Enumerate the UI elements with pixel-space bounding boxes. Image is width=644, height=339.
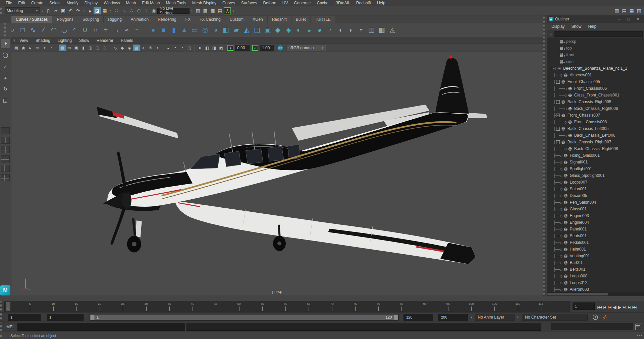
viewport-menu-lighting[interactable]: Lighting	[54, 38, 75, 44]
live-surface-field[interactable]: No Live Surface	[157, 8, 190, 14]
gamma-value[interactable]: 1.00	[260, 45, 274, 51]
joints-xray-icon[interactable]: ◔	[179, 45, 186, 51]
untrim-icon[interactable]: ◔	[325, 25, 335, 35]
menu-redshift[interactable]: Redshift	[353, 0, 374, 6]
camera-attributes-icon[interactable]: ◉	[20, 45, 27, 51]
snap-view-plane-icon[interactable]: ∵	[143, 7, 150, 14]
insert-knot-icon[interactable]: +	[101, 25, 111, 35]
step-forward-frame-icon[interactable]: ▶|	[627, 303, 632, 311]
panel-splitter[interactable]	[543, 15, 547, 296]
menu-edit-mesh[interactable]: Edit Mesh	[139, 0, 163, 6]
menu-generate[interactable]: Generate	[291, 0, 314, 6]
bevel-icon[interactable]: ◆	[273, 25, 283, 35]
select-tool-icon[interactable]: ➤	[1, 39, 10, 48]
layout-two-pane-stacked-icon[interactable]	[1, 155, 10, 162]
outliner-row-glass-front-chassis001[interactable]: │ └──○Glass_Front_Chassis001	[547, 92, 644, 98]
field-chart-icon[interactable]: ◫	[87, 45, 94, 51]
safe-title-icon[interactable]: ▯	[101, 45, 108, 51]
outliner-titlebar[interactable]: Outliner ─ □ ×	[547, 15, 644, 23]
exposure-plate-icon[interactable]: ▢	[186, 45, 193, 51]
menu-uv[interactable]: UV	[279, 0, 291, 6]
lighting-icon[interactable]: ✳	[147, 45, 154, 51]
snap-grid-icon[interactable]: ∷	[113, 7, 120, 14]
viewport-menu-shading[interactable]: Shading	[32, 38, 54, 44]
outliner-row-side[interactable]: side	[547, 58, 644, 65]
outliner-row-back-chassis-right007[interactable]: ├−Back_Chassis_Right007	[547, 139, 644, 145]
outliner-row-back-chassis-right005[interactable]: ├−Back_Chassis_Right005	[547, 98, 644, 105]
outliner-row-airscrew001[interactable]: ├──○Airscrew001	[547, 72, 644, 78]
collapse-expander-icon[interactable]: −	[556, 114, 560, 117]
chevron-down-icon[interactable]: ▾	[471, 316, 472, 319]
shelf-tab-redshift[interactable]: Redshift	[268, 16, 291, 23]
help-line-widget[interactable]: ▪▪▪	[637, 334, 642, 337]
playback-options-icon[interactable]	[592, 314, 598, 320]
play-backwards-icon[interactable]: ◀	[612, 303, 617, 311]
redo-icon[interactable]: ↷	[74, 7, 82, 14]
open-scene-icon[interactable]: ▱	[52, 7, 59, 14]
detach-surfaces-icon[interactable]: ◗	[345, 25, 356, 35]
grid-icon[interactable]: ▦	[59, 45, 66, 51]
play-forwards-icon[interactable]: ▶	[617, 303, 622, 311]
2d-pan-zoom-icon[interactable]: +	[41, 45, 48, 51]
go-to-end-icon[interactable]: ▶▶|	[632, 303, 637, 311]
exposure-value[interactable]: 0.00	[235, 45, 250, 51]
viewport-menu-grip[interactable]	[12, 38, 15, 43]
isolate-select-icon[interactable]: ◒	[165, 45, 172, 51]
outliner-row-bar001[interactable]: ├──○Bar001	[547, 259, 644, 266]
insert-isoparm-icon[interactable]: ▥	[366, 25, 377, 35]
time-slider-grip[interactable]	[0, 301, 4, 312]
outliner-row-spotlight001[interactable]: ├──○Spotlight001	[547, 165, 644, 172]
viewport-menu-renderer[interactable]: Renderer	[93, 38, 117, 44]
grease-pencil-icon[interactable]: ∕	[48, 45, 55, 51]
layout-outliner-persp-icon[interactable]	[1, 174, 10, 181]
outliner-row-front-chassis008[interactable]: │ └──○Front_Chassis008	[547, 119, 644, 125]
scale-tool-icon[interactable]: ◱	[1, 96, 10, 105]
attach-curves-icon[interactable]: ∪	[80, 25, 90, 35]
anim-layer-dropdown[interactable]: No Anim Layer	[475, 314, 515, 321]
project-curve-icon[interactable]: ◐	[293, 25, 304, 35]
command-language-label[interactable]: MEL	[6, 325, 15, 329]
menu-mesh[interactable]: Mesh	[123, 0, 139, 6]
render-settings-icon[interactable]: ▤	[216, 7, 224, 14]
color-space-dropdown[interactable]: sRGB gamma ▾	[286, 45, 326, 51]
outliner-row-engine003[interactable]: ├──○Engine003	[547, 212, 644, 219]
outliner-row-back-chassis-left006[interactable]: │ └──○Back_Chassis_Left006	[547, 132, 644, 139]
nurbs-torus-icon[interactable]: ◎	[200, 25, 210, 35]
curve-fillet-icon[interactable]: ◜	[69, 25, 80, 35]
outliner-search-input[interactable]	[554, 31, 643, 37]
outliner-row-top[interactable]: top	[547, 45, 644, 52]
image-plane-icon[interactable]: ▭	[34, 45, 41, 51]
go-to-start-icon[interactable]: |◀◀	[597, 303, 602, 311]
animation-start-field[interactable]: 1	[8, 314, 41, 321]
current-frame-indicator[interactable]: 1	[6, 302, 10, 311]
textured-icon[interactable]: ▩	[133, 45, 140, 51]
menu-file[interactable]: File	[3, 0, 15, 6]
undo-icon[interactable]: ↶	[67, 7, 74, 14]
outliner-row-venting001[interactable]: ├──○Venting001	[547, 253, 644, 259]
lasso-tool-icon[interactable]: ◯	[1, 50, 10, 60]
film-gate-icon[interactable]: ▭	[66, 45, 73, 51]
outliner-row-back-chassis-right006[interactable]: │ └──○Back_Chassis_Right006	[547, 105, 644, 112]
shelf-tab-fx[interactable]: FX	[181, 16, 195, 23]
current-frame-field[interactable]: 1	[573, 302, 595, 310]
outliner-row-aileron003[interactable]: ├──○Aileron003	[547, 286, 644, 292]
redshift-render-view-icon[interactable]: ◎	[224, 7, 231, 14]
outliner-row-loops008[interactable]: ├──○Loops008	[547, 273, 644, 279]
group-collapse-icon[interactable]: ›	[231, 7, 236, 14]
shelf-tab-turtle[interactable]: TURTLE	[311, 16, 335, 23]
gamma-control[interactable]: ◐ 1.00	[252, 45, 274, 51]
range-start-handle[interactable]	[90, 315, 95, 320]
menu-display[interactable]: Display	[82, 0, 101, 6]
group-collapse-icon[interactable]: ›	[190, 7, 194, 14]
menu-3dtoall[interactable]: -3DtoAll-	[331, 0, 353, 6]
outliner-row-front-chassis006[interactable]: │ └──○Front_Chassis006	[547, 85, 644, 92]
viewport-menu-panels[interactable]: Panels	[117, 38, 137, 44]
layout-single-pane-icon[interactable]	[1, 127, 10, 134]
new-scene-icon[interactable]: ▯	[45, 7, 52, 14]
pencil-curve-icon[interactable]: ∕	[38, 25, 49, 35]
birail-icon[interactable]: ◫	[252, 25, 262, 35]
step-back-key-icon[interactable]: ▮◀	[607, 303, 612, 311]
outliner-row-decor005[interactable]: ├──○Decor005	[547, 192, 644, 199]
select-hierarchy-icon[interactable]: ▲	[86, 7, 94, 14]
extend-curve-icon[interactable]: →	[111, 25, 121, 35]
